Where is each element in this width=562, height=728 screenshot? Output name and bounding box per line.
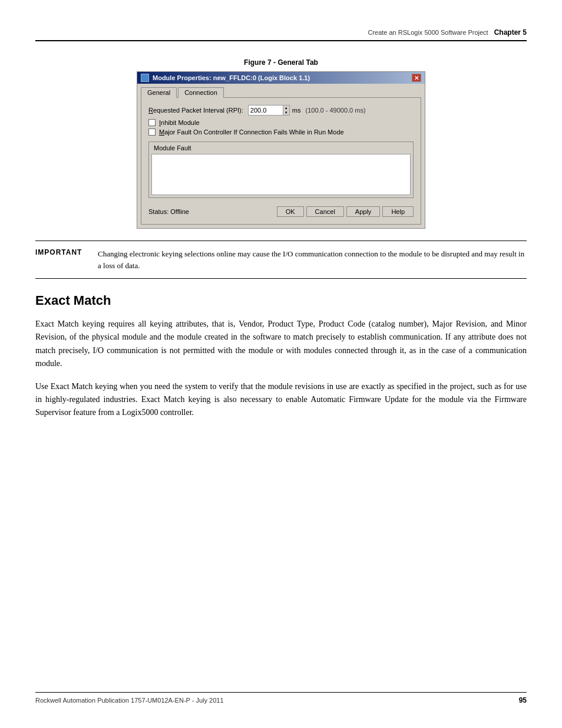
- dialog-close-button[interactable]: ✕: [412, 74, 421, 82]
- dialog-footer: Status: Offline OK Cancel Apply Help: [148, 203, 414, 217]
- important-label: IMPORTANT: [35, 248, 88, 271]
- figure-label: Figure 7 - General Tab: [35, 58, 527, 67]
- spinner-down[interactable]: ▼: [283, 110, 289, 115]
- major-fault-checkbox[interactable]: [148, 129, 156, 136]
- page-footer: Rockwell Automation Publication 1757-UM0…: [35, 692, 527, 704]
- dialog-status: Status: Offline: [148, 208, 189, 215]
- ok-button[interactable]: OK: [277, 206, 304, 217]
- major-fault-label: Major Fault On Controller If Connection …: [159, 129, 344, 136]
- important-text: Changing electronic keying selections on…: [98, 248, 527, 271]
- rpi-input[interactable]: 200.0: [248, 105, 283, 116]
- major-fault-row: Major Fault On Controller If Connection …: [148, 129, 414, 136]
- module-fault-area: [151, 154, 411, 195]
- inhibit-label: Inhibit Module: [159, 119, 200, 126]
- dialog-titlebar: Module Properties: new_FFLDC:0 (Logix Bl…: [137, 72, 425, 84]
- apply-button[interactable]: Apply: [346, 206, 381, 217]
- header-breadcrumb: Create an RSLogix 5000 Software Project: [368, 29, 488, 36]
- cancel-button[interactable]: Cancel: [306, 206, 344, 217]
- paragraph-1: Exact Match keying requires all keying a…: [35, 318, 527, 371]
- dialog-container: Module Properties: new_FFLDC:0 (Logix Bl…: [35, 71, 527, 229]
- rpi-spinner[interactable]: ▲ ▼: [283, 105, 290, 116]
- important-box: IMPORTANT Changing electronic keying sel…: [35, 241, 527, 279]
- inhibit-checkbox[interactable]: [148, 119, 156, 126]
- module-fault-legend: Module Fault: [151, 144, 194, 151]
- paragraph-2: Use Exact Match keying when you need the…: [35, 380, 527, 420]
- dialog-body: General Connection Requested Packet Inte…: [137, 84, 425, 228]
- tab-connection[interactable]: Connection: [178, 87, 224, 98]
- rpi-unit: ms: [292, 107, 301, 114]
- main-content: Figure 7 - General Tab Module Properties…: [35, 44, 527, 429]
- spinner-up[interactable]: ▲: [283, 106, 289, 110]
- rpi-label: Requested Packet Interval (RPI):: [148, 107, 243, 114]
- dialog-buttons: OK Cancel Apply Help: [277, 206, 414, 217]
- header-chapter: Chapter 5: [494, 28, 527, 37]
- section-heading: Exact Match: [35, 293, 527, 308]
- dialog-content-area: Requested Packet Interval (RPI): 200.0 ▲…: [141, 97, 421, 225]
- help-button[interactable]: Help: [382, 206, 414, 217]
- rpi-row: Requested Packet Interval (RPI): 200.0 ▲…: [148, 105, 414, 116]
- dialog-title-text: Module Properties: new_FFLDC:0 (Logix Bl…: [153, 74, 310, 81]
- footer-page-number: 95: [519, 696, 527, 704]
- inhibit-row: Inhibit Module: [148, 119, 414, 126]
- dialog-tabs: General Connection: [141, 87, 421, 98]
- rpi-range: (100.0 - 49000.0 ms): [305, 107, 365, 114]
- page-header: Create an RSLogix 5000 Software Project …: [35, 28, 527, 41]
- footer-publication: Rockwell Automation Publication 1757-UM0…: [35, 697, 224, 704]
- dialog-title-icon: [141, 74, 149, 82]
- module-fault-group: Module Fault: [148, 141, 414, 198]
- tab-general[interactable]: General: [141, 87, 177, 98]
- dialog-titlebar-left: Module Properties: new_FFLDC:0 (Logix Bl…: [141, 74, 310, 82]
- dialog-window: Module Properties: new_FFLDC:0 (Logix Bl…: [137, 71, 425, 229]
